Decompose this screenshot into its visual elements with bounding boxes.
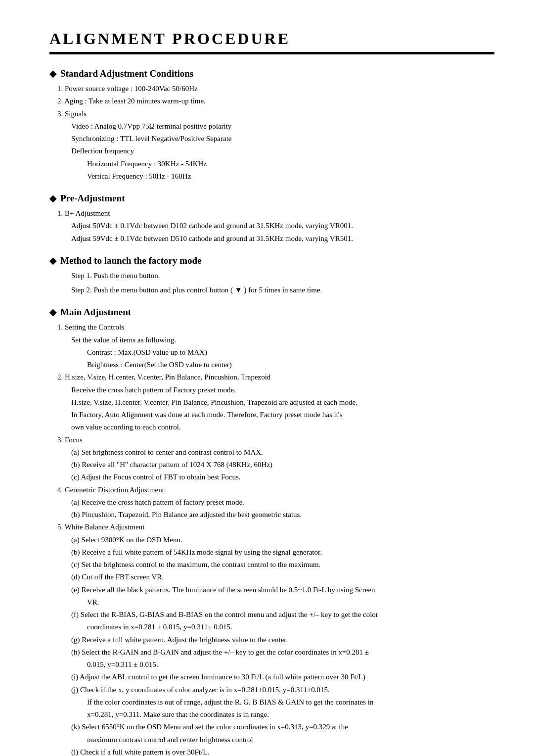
- list-item: (a) Receive the cross hatch pattern of f…: [71, 497, 494, 508]
- section-title-standard: Standard Adjustment Conditions: [60, 68, 193, 79]
- list-item: 1. Setting the Controls: [57, 322, 494, 333]
- list-item: (j) Check if the x, y coordinates of col…: [71, 684, 494, 696]
- list-item: Video : Analog 0.7Vpp 75Ω terminal posit…: [71, 121, 494, 132]
- list-item: Horizontal Frequency : 30KHz - 54KHz: [87, 158, 494, 170]
- list-item: 5. White Balance Adjustment: [57, 521, 494, 533]
- list-item: Step 1. Push the menu button.: [71, 270, 494, 282]
- diamond-icon: ◆: [49, 68, 56, 79]
- list-item: Deflection frequency: [71, 145, 494, 157]
- list-item: H.size, V.size, H.center, V.center, Pin …: [71, 397, 494, 408]
- section-title-pre: Pre-Adjustment: [60, 193, 125, 204]
- diamond-icon: ◆: [49, 255, 56, 266]
- title-divider: [49, 52, 494, 54]
- list-item: own value according to each control.: [71, 422, 494, 433]
- section-content-factory: Step 1. Push the menu button. Step 2. Pu…: [57, 270, 494, 296]
- list-item: (k) Select 6550°K on the OSD Menu and se…: [71, 721, 494, 733]
- section-content-standard: 1. Power source voltage : 100-240Vac 50/…: [57, 83, 494, 182]
- page-title: ALIGNMENT PROCEDURE: [49, 30, 494, 48]
- section-heading-main: ◆ Main Adjustment: [49, 307, 494, 318]
- list-item: VR.: [87, 597, 494, 608]
- list-item: Synchronizing : TTL level Negative/Posit…: [71, 133, 494, 144]
- section-content-pre: 1. B+ Adjustment Adjust 50Vdc ± 0.1Vdc b…: [57, 208, 494, 244]
- section-content-main: 1. Setting the Controls Set the value of…: [57, 322, 494, 756]
- list-item: (a) Set brightness control to center and…: [71, 447, 494, 458]
- list-item: Adjust 50Vdc ± 0.1Vdc between D102 catho…: [71, 220, 494, 232]
- list-item: Brightness : Center(Set the OSD value to…: [87, 359, 494, 371]
- list-item: (b) Receive a full white pattern of 54KH…: [71, 547, 494, 558]
- section-main-adjustment: ◆ Main Adjustment 1. Setting the Control…: [49, 307, 494, 756]
- list-item: 3. Focus: [57, 434, 494, 446]
- list-item: Vertical Frequency : 50Hz - 160Hz: [87, 171, 494, 182]
- section-heading-factory: ◆ Method to launch the factory mode: [49, 255, 494, 266]
- list-item: Receive the cross hatch pattern of Facto…: [71, 384, 494, 396]
- list-item: Adjust 59Vdc ± 0.1Vdc between D510 catho…: [71, 233, 494, 244]
- list-item: (g) Receive a full white pattern. Adjust…: [71, 634, 494, 646]
- list-item: Step 2. Push the menu button and plus co…: [71, 284, 494, 296]
- section-heading-standard: ◆ Standard Adjustment Conditions: [49, 68, 494, 79]
- list-item: 2. H.size, V.size, H.center, V.center, P…: [57, 372, 494, 383]
- list-item: x=0.281, y=0.311. Make sure that the coo…: [87, 709, 494, 720]
- list-item: (l) Check if a full white pattern is ove…: [71, 747, 494, 756]
- list-item: (e) Receive all the black patterns. The …: [71, 584, 494, 596]
- list-item: 4. Geometric Distortion Adjustment.: [57, 484, 494, 496]
- section-title-main: Main Adjustment: [60, 307, 131, 318]
- list-item: maximum contrast control and center brig…: [87, 734, 494, 746]
- list-item: (c) Adjust the Focus control of FBT to o…: [71, 472, 494, 483]
- list-item: 0.015, y=0.311 ± 0.015.: [87, 659, 494, 670]
- list-item: 1. Power source voltage : 100-240Vac 50/…: [57, 83, 494, 94]
- list-item: (f) Select the R-BIAS, G-BIAS and B-BIAS…: [71, 609, 494, 620]
- list-item: 1. B+ Adjustment: [57, 208, 494, 219]
- list-item: (b) Receive all "H" character pattern of…: [71, 459, 494, 471]
- list-item: coordinates in x=0.281 ± 0.015, y=0.311±…: [87, 621, 494, 633]
- section-heading-pre: ◆ Pre-Adjustment: [49, 193, 494, 204]
- diamond-icon: ◆: [49, 307, 56, 318]
- list-item: Contrast : Max.(OSD value up to MAX): [87, 347, 494, 358]
- list-item: If the color coordinates is out of range…: [87, 697, 494, 708]
- section-pre-adjustment: ◆ Pre-Adjustment 1. B+ Adjustment Adjust…: [49, 193, 494, 244]
- diamond-icon: ◆: [49, 193, 56, 204]
- section-title-factory: Method to launch the factory mode: [60, 255, 202, 266]
- section-factory-mode: ◆ Method to launch the factory mode Step…: [49, 255, 494, 296]
- list-item: (h) Select the R-GAIN and B-GAIN and adj…: [71, 647, 494, 658]
- list-item: (i) Adjust the ABL control to get the sc…: [71, 671, 494, 683]
- list-item: 3. Signals: [57, 108, 494, 120]
- section-standard-adjustment: ◆ Standard Adjustment Conditions 1. Powe…: [49, 68, 494, 182]
- list-item: (b) Pincushion, Trapezoid, Pin Balance a…: [71, 509, 494, 520]
- list-item: (d) Cut off the FBT screen VR.: [71, 571, 494, 583]
- list-item: Set the value of items as following.: [71, 334, 494, 346]
- list-item: (c) Set the brightness control to the ma…: [71, 559, 494, 570]
- list-item: (a) Select 9300°K on the OSD Menu.: [71, 534, 494, 546]
- list-item: 2. Aging : Take at least 20 minutes warm…: [57, 95, 494, 107]
- list-item: In Factory, Auto Alignment was done at e…: [71, 409, 494, 421]
